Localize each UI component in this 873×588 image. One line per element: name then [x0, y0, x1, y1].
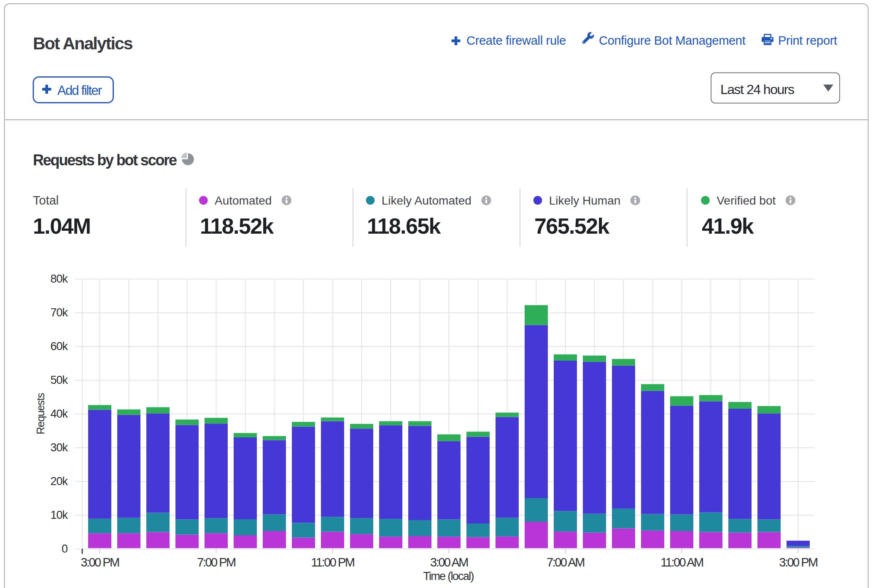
svg-text:20k: 20k — [50, 475, 68, 488]
svg-text:Time (local): Time (local) — [423, 570, 474, 583]
svg-text:Total: Total — [33, 194, 59, 207]
svg-text:Requests: Requests — [35, 393, 46, 434]
svg-text:1.04M: 1.04M — [33, 214, 91, 238]
svg-text:11:00 PM: 11:00 PM — [311, 556, 354, 569]
svg-text:30k: 30k — [50, 441, 68, 454]
svg-text:Last 24 hours: Last 24 hours — [720, 82, 794, 97]
svg-text:Requests by bot score: Requests by bot score — [33, 151, 177, 169]
svg-text:10k: 10k — [50, 509, 68, 521]
svg-text:3:00 AM: 3:00 AM — [430, 556, 468, 569]
svg-text:Print report: Print report — [778, 34, 837, 47]
svg-text:3:00 PM: 3:00 PM — [779, 556, 817, 569]
svg-text:Create firewall rule: Create firewall rule — [466, 34, 566, 47]
svg-text:765.52k: 765.52k — [534, 214, 609, 238]
svg-text:7:00 PM: 7:00 PM — [197, 556, 235, 569]
svg-text:0: 0 — [62, 542, 67, 555]
svg-text:3:00 PM: 3:00 PM — [81, 556, 119, 569]
svg-text:60k: 60k — [50, 340, 68, 353]
svg-text:Automated: Automated — [215, 194, 272, 207]
svg-text:118.52k: 118.52k — [200, 214, 274, 238]
svg-text:80k: 80k — [50, 272, 68, 285]
svg-text:Likely Human: Likely Human — [549, 194, 621, 207]
svg-text:41.9k: 41.9k — [702, 214, 754, 238]
svg-text:70k: 70k — [50, 306, 68, 319]
svg-text:Add filter: Add filter — [57, 83, 102, 98]
svg-text:118.65k: 118.65k — [367, 214, 441, 238]
svg-text:Bot Analytics: Bot Analytics — [33, 34, 133, 53]
svg-text:40k: 40k — [50, 407, 68, 420]
svg-text:Verified bot: Verified bot — [717, 194, 776, 207]
svg-text:11:00 AM: 11:00 AM — [660, 556, 703, 569]
svg-text:Configure Bot Management: Configure Bot Management — [599, 34, 746, 47]
svg-text:50k: 50k — [50, 374, 68, 386]
svg-text:7:00 AM: 7:00 AM — [547, 556, 584, 569]
svg-text:Likely Automated: Likely Automated — [382, 194, 472, 207]
